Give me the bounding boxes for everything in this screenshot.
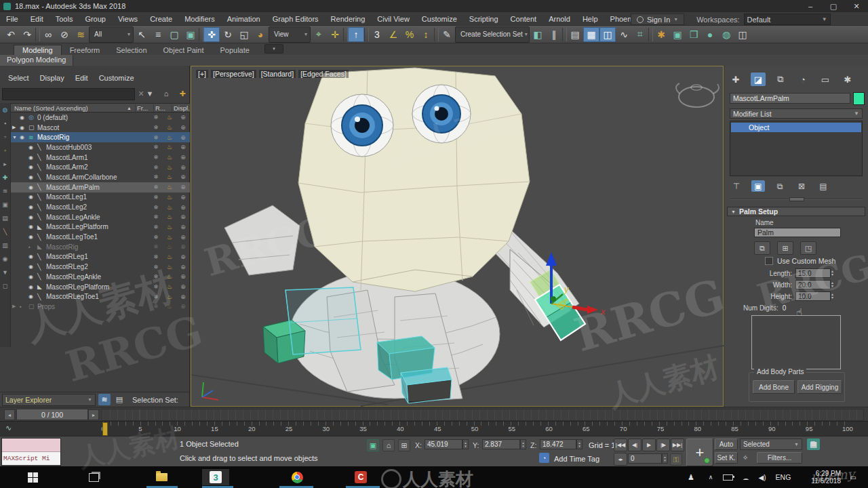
toolbar-button[interactable]: Create Selection Set▾	[455, 26, 530, 43]
menu-item[interactable]: Views	[112, 15, 144, 23]
frozen-icon[interactable]: ❄	[149, 264, 163, 270]
z-coordinate-field[interactable]: 18.472	[540, 439, 576, 449]
action-center-icon[interactable]: ▭	[846, 466, 860, 488]
hierarchy-view-icon[interactable]: ▤	[113, 394, 125, 405]
frozen-icon[interactable]: ❄	[149, 204, 163, 211]
maximize-button[interactable]: ▢	[822, 2, 845, 11]
eye-icon[interactable]: ◉	[28, 184, 37, 190]
sign-in-button[interactable]: Sign In ▼	[631, 14, 684, 25]
display-icon[interactable]: ⊕	[176, 264, 190, 270]
toolbar-button[interactable]	[434, 28, 439, 41]
y-spinner[interactable]: ▴▾	[520, 439, 526, 449]
column-renderable[interactable]: R...	[153, 104, 172, 112]
toolbar-button[interactable]: ▢	[166, 27, 182, 42]
column-display[interactable]: Displ...	[172, 104, 190, 112]
modifier-stack-entry[interactable]: Object	[731, 123, 861, 132]
explorer-filter-icon[interactable]: ▣	[2, 202, 8, 208]
playback-button[interactable]: ▶	[642, 439, 656, 451]
toolbar-button[interactable]: View▾	[269, 26, 311, 43]
toolbar-button[interactable]: ≋	[73, 27, 89, 42]
explorer-filter-icon[interactable]: ≋	[3, 188, 8, 195]
scene-tree-row[interactable]: ◉ ╲ MascotLArm1 ❄ ♨ ⊕	[11, 152, 190, 163]
mesh-tool-icon[interactable]: ⧉	[754, 241, 770, 255]
menu-item[interactable]: Tools	[50, 15, 79, 23]
eye-icon[interactable]: ◉	[28, 164, 37, 170]
use-custom-mesh-checkbox[interactable]	[765, 257, 773, 265]
explorer-filter-icon[interactable]: ▪	[4, 121, 6, 127]
command-panel-tab[interactable]: ◪	[751, 73, 766, 86]
frozen-icon[interactable]: ❄	[149, 174, 163, 180]
add-bone-button[interactable]: Add Bone	[753, 380, 795, 394]
explorer-filter-icon[interactable]: ◉	[3, 256, 8, 262]
menu-item[interactable]: Group	[79, 15, 112, 23]
toolbar-button[interactable]: ❒	[686, 27, 702, 42]
panel-splitter[interactable]	[730, 199, 863, 200]
frozen-icon[interactable]: ❄	[149, 253, 163, 260]
explorer-search-input[interactable]	[2, 88, 135, 100]
toolbar-button[interactable]: ↑	[348, 27, 364, 42]
command-panel-tab[interactable]: ▭	[818, 73, 833, 86]
stack-tool-icon[interactable]: ▤	[816, 180, 830, 192]
filters-button[interactable]: Filters...	[757, 452, 802, 464]
param-field[interactable]: 15.0	[795, 268, 831, 278]
toolbar-button[interactable]: ∠	[385, 27, 401, 42]
key-filters-icon[interactable]: ✧	[740, 452, 751, 463]
renderable-icon[interactable]: ♨	[163, 264, 176, 270]
stack-tool-icon[interactable]: ⊤	[730, 180, 743, 192]
display-icon[interactable]: ⊕	[176, 273, 190, 280]
explorer-menu-item[interactable]: Customize	[99, 74, 134, 82]
scene-tree-row[interactable]: ◉ ◎ 0 (default) ❄ ♨ ⊕	[11, 113, 190, 123]
battery-icon[interactable]	[720, 466, 735, 488]
playback-button[interactable]: |▶	[656, 439, 670, 451]
renderable-icon[interactable]: ♨	[163, 124, 176, 131]
stack-tool-icon[interactable]: ▣	[751, 180, 765, 192]
viewport-label-item[interactable]: [Edged Faces]	[298, 70, 349, 78]
param-field[interactable]: 20.0	[795, 280, 831, 289]
eye-icon[interactable]: ◉	[28, 253, 37, 260]
renderable-icon[interactable]: ♨	[163, 293, 176, 300]
close-button[interactable]: ✕	[845, 2, 868, 11]
command-panel-tab[interactable]: ⧉	[773, 73, 788, 86]
toolbar-button[interactable]: ⌗	[632, 27, 648, 42]
scene-tree-row[interactable]: ▼ ◉ ≋ MascotRig ❄ ♨ ⊕	[11, 132, 190, 142]
eye-icon[interactable]: ◉	[20, 115, 28, 121]
frozen-icon[interactable]: ❄	[149, 303, 163, 310]
layer-explorer-toggle-icon[interactable]: ≋	[98, 394, 111, 405]
toolbar-button[interactable]: ◧	[530, 27, 546, 42]
stack-tool-icon[interactable]: ⧉	[773, 180, 787, 192]
stack-tool-icon[interactable]: ⊠	[795, 180, 808, 192]
time-slider-handle[interactable]: 0 / 100	[16, 409, 88, 420]
frozen-icon[interactable]: ❄	[149, 283, 163, 290]
file-explorer-button[interactable]	[148, 469, 175, 485]
explorer-filter-icon[interactable]: ✚	[3, 175, 8, 181]
display-icon[interactable]: ⊕	[176, 124, 190, 131]
ribbon-tab[interactable]: Selection	[108, 45, 155, 55]
frozen-icon[interactable]: ❄	[149, 234, 163, 241]
frozen-icon[interactable]: ❄	[149, 144, 163, 150]
display-icon[interactable]: ⊕	[176, 204, 190, 211]
display-icon[interactable]: ⊕	[176, 283, 190, 290]
frozen-icon[interactable]: ❄	[149, 273, 163, 280]
toolbar-button[interactable]: ▤	[567, 27, 583, 42]
toolbar-button[interactable]: %	[401, 27, 418, 42]
scene-tree-row[interactable]: ◉ ╲ MascotRLeg2 ❄ ♨ ⊕	[11, 262, 190, 272]
menu-item[interactable]: Content	[505, 15, 543, 23]
renderable-icon[interactable]: ♨	[163, 174, 176, 180]
frozen-icon[interactable]: ❄	[149, 134, 163, 141]
menu-item[interactable]: Arnold	[542, 15, 576, 23]
scene-tree-row[interactable]: ◉ ╲ MascotLLegAnkle ❄ ♨ ⊕	[11, 212, 190, 222]
tray-expand-icon[interactable]: ∧	[704, 466, 717, 488]
next-frame-arrow[interactable]: ▸	[88, 409, 99, 420]
y-coordinate-field[interactable]: 2.837	[482, 439, 520, 449]
palm-setup-rollout[interactable]: ▼ Palm Setup	[727, 207, 865, 216]
display-icon[interactable]: ⊕	[176, 293, 190, 300]
display-icon[interactable]: ⊕	[176, 134, 190, 141]
toolbar-button[interactable]	[364, 28, 369, 41]
task-view-button[interactable]	[80, 469, 107, 485]
toolbar-button[interactable]	[648, 28, 653, 41]
display-icon[interactable]: ⊕	[176, 174, 190, 180]
eye-icon[interactable]: ◉	[20, 134, 28, 140]
command-panel-tab[interactable]: ✚	[728, 73, 743, 86]
toolbar-button[interactable]: ∥	[546, 27, 562, 42]
column-name[interactable]: Name (Sorted Ascending)	[11, 104, 127, 112]
